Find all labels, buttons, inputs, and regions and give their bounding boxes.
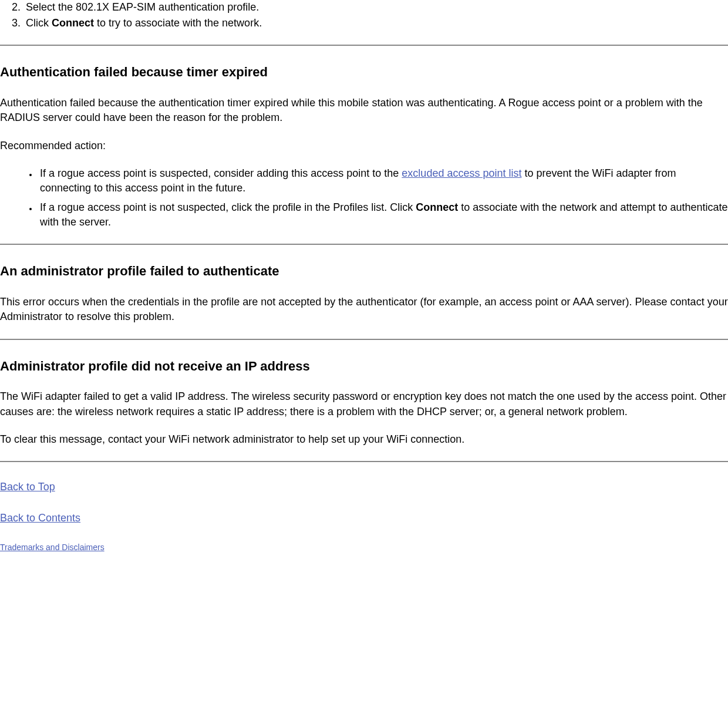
- section-paragraph: The WiFi adapter failed to get a valid I…: [0, 389, 728, 419]
- step-item: Click Connect to try to associate with t…: [23, 16, 728, 31]
- step-item: Select the 802.1X EAP-SIM authentication…: [23, 0, 728, 15]
- bullet-text-bold: Connect: [416, 201, 458, 213]
- steps-list: Select the 802.1X EAP-SIM authentication…: [0, 0, 728, 31]
- section-paragraph: To clear this message, contact your WiFi…: [0, 432, 728, 447]
- section-heading-admin-no-ip: Administrator profile did not receive an…: [0, 358, 728, 376]
- excluded-access-point-link[interactable]: excluded access point list: [402, 167, 521, 179]
- step-text-prefix: Click: [26, 17, 52, 29]
- divider: [0, 244, 728, 245]
- section-paragraph: This error occurs when the credentials i…: [0, 295, 728, 324]
- recommended-action-item: If a rogue access point is suspected, co…: [38, 166, 728, 196]
- back-to-contents-link[interactable]: Back to Contents: [0, 511, 728, 526]
- bullet-text-prefix: If a rogue access point is suspected, co…: [40, 167, 402, 179]
- recommended-action-item: If a rogue access point is not suspected…: [38, 200, 728, 230]
- section-paragraph: Authentication failed because the authen…: [0, 96, 728, 125]
- back-to-top-link[interactable]: Back to Top: [0, 480, 728, 494]
- divider: [0, 339, 728, 340]
- bullet-text-prefix: If a rogue access point is not suspected…: [40, 201, 416, 213]
- section-heading-admin-auth-failed: An administrator profile failed to authe…: [0, 262, 728, 281]
- section-paragraph: Recommended action:: [0, 139, 728, 153]
- divider: [0, 45, 728, 46]
- step-text-bold: Connect: [52, 17, 94, 29]
- recommended-actions-list: If a rogue access point is suspected, co…: [0, 166, 728, 230]
- step-text-suffix: to try to associate with the network.: [94, 17, 262, 29]
- section-heading-timer-expired: Authentication failed because timer expi…: [0, 63, 728, 82]
- divider: [0, 461, 728, 462]
- trademarks-link[interactable]: Trademarks and Disclaimers: [0, 542, 728, 554]
